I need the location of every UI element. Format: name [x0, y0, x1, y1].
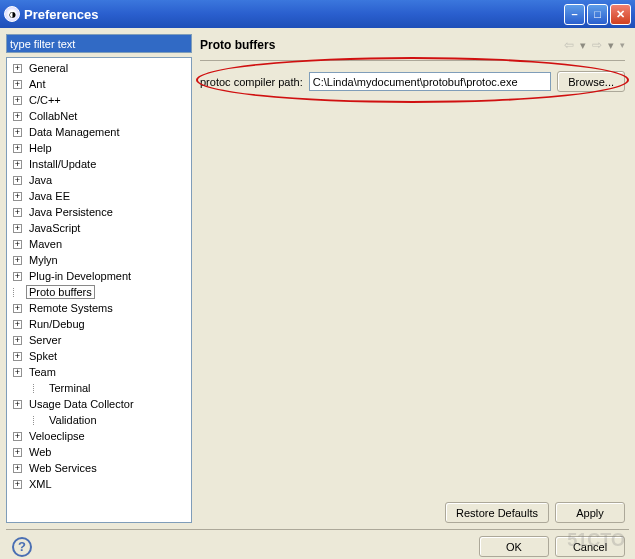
compiler-path-label: protoc compiler path:: [200, 76, 303, 88]
panel-buttons: Restore Defaults Apply: [200, 502, 625, 523]
tree-label: XML: [27, 478, 54, 490]
filter-input[interactable]: [6, 34, 192, 53]
expand-icon[interactable]: +: [13, 304, 22, 313]
tree-label: Run/Debug: [27, 318, 87, 330]
tree-label: Terminal: [47, 382, 93, 394]
expand-icon[interactable]: +: [13, 448, 22, 457]
expand-icon[interactable]: +: [13, 160, 22, 169]
tree-item-java-persistence[interactable]: +Java Persistence: [7, 204, 191, 220]
tree-item-data-management[interactable]: +Data Management: [7, 124, 191, 140]
tree-item-team[interactable]: +Team: [7, 364, 191, 380]
right-panel: Proto buffers ⇦ ▾ ⇨ ▾ ▾ protoc compiler …: [196, 34, 629, 523]
expand-icon[interactable]: +: [13, 144, 22, 153]
expand-icon[interactable]: +: [13, 128, 22, 137]
tree-line: [33, 416, 42, 425]
maximize-button[interactable]: □: [587, 4, 608, 25]
tree-item-web-services[interactable]: +Web Services: [7, 460, 191, 476]
ok-button[interactable]: OK: [479, 536, 549, 557]
tree-label: Java EE: [27, 190, 72, 202]
apply-button[interactable]: Apply: [555, 502, 625, 523]
tree-label: Plug-in Development: [27, 270, 133, 282]
tree-item-collabnet[interactable]: +CollabNet: [7, 108, 191, 124]
expand-icon[interactable]: +: [13, 208, 22, 217]
tree-item-help[interactable]: +Help: [7, 140, 191, 156]
tree-item-server[interactable]: +Server: [7, 332, 191, 348]
expand-icon[interactable]: +: [13, 240, 22, 249]
tree-label: Server: [27, 334, 63, 346]
tree-label: Maven: [27, 238, 64, 250]
expand-icon[interactable]: +: [13, 176, 22, 185]
window-title: Preferences: [24, 7, 564, 22]
compiler-path-input[interactable]: [309, 72, 551, 91]
tree-item-xml[interactable]: +XML: [7, 476, 191, 492]
compiler-path-row: protoc compiler path: Browse...: [200, 71, 625, 92]
expand-icon[interactable]: +: [13, 400, 22, 409]
tree-item-mylyn[interactable]: +Mylyn: [7, 252, 191, 268]
back-icon[interactable]: ⇦: [564, 38, 574, 52]
expand-icon[interactable]: +: [13, 96, 22, 105]
footer: ? OK Cancel: [6, 529, 629, 559]
help-icon[interactable]: ?: [12, 537, 32, 557]
tree-item-veloeclipse[interactable]: +Veloeclipse: [7, 428, 191, 444]
tree-item-proto-buffers[interactable]: Proto buffers: [7, 284, 191, 300]
tree-item-javascript[interactable]: +JavaScript: [7, 220, 191, 236]
tree-label: Spket: [27, 350, 59, 362]
tree-item-remote-systems[interactable]: +Remote Systems: [7, 300, 191, 316]
minimize-button[interactable]: –: [564, 4, 585, 25]
window-buttons: – □ ✕: [564, 4, 631, 25]
expand-icon[interactable]: +: [13, 352, 22, 361]
tree-label: Team: [27, 366, 58, 378]
tree-item-spket[interactable]: +Spket: [7, 348, 191, 364]
tree-item-maven[interactable]: +Maven: [7, 236, 191, 252]
page-title: Proto buffers: [200, 38, 564, 52]
browse-button[interactable]: Browse...: [557, 71, 625, 92]
tree-item-java[interactable]: +Java: [7, 172, 191, 188]
expand-icon[interactable]: +: [13, 464, 22, 473]
tree-label: Web: [27, 446, 53, 458]
expand-icon[interactable]: +: [13, 320, 22, 329]
tree-item-run-debug[interactable]: +Run/Debug: [7, 316, 191, 332]
tree-label: Mylyn: [27, 254, 60, 266]
content: +General+Ant+C/C+++CollabNet+Data Manage…: [0, 28, 635, 529]
tree-item-install-update[interactable]: +Install/Update: [7, 156, 191, 172]
expand-icon[interactable]: +: [13, 80, 22, 89]
view-menu-icon[interactable]: ▾: [620, 40, 625, 50]
expand-icon[interactable]: +: [13, 112, 22, 121]
back-menu-icon[interactable]: ▾: [580, 39, 586, 52]
forward-menu-icon[interactable]: ▾: [608, 39, 614, 52]
tree-item-ant[interactable]: +Ant: [7, 76, 191, 92]
expand-icon[interactable]: +: [13, 256, 22, 265]
tree-item-general[interactable]: +General: [7, 60, 191, 76]
expand-icon[interactable]: +: [13, 368, 22, 377]
tree-label: JavaScript: [27, 222, 82, 234]
tree-item-web[interactable]: +Web: [7, 444, 191, 460]
preferences-tree[interactable]: +General+Ant+C/C+++CollabNet+Data Manage…: [6, 57, 192, 523]
right-header: Proto buffers ⇦ ▾ ⇨ ▾ ▾: [200, 34, 625, 56]
tree-item-usage-data-collector[interactable]: +Usage Data Collector: [7, 396, 191, 412]
tree-item-validation[interactable]: Validation: [7, 412, 191, 428]
close-button[interactable]: ✕: [610, 4, 631, 25]
expand-icon[interactable]: +: [13, 432, 22, 441]
forward-icon[interactable]: ⇨: [592, 38, 602, 52]
expand-icon[interactable]: +: [13, 480, 22, 489]
nav-arrows: ⇦ ▾ ⇨ ▾ ▾: [564, 38, 625, 52]
cancel-button[interactable]: Cancel: [555, 536, 625, 557]
app-icon: ◑: [4, 6, 20, 22]
titlebar: ◑ Preferences – □ ✕: [0, 0, 635, 28]
expand-icon[interactable]: +: [13, 64, 22, 73]
tree-item-c-c-[interactable]: +C/C++: [7, 92, 191, 108]
expand-icon[interactable]: +: [13, 192, 22, 201]
tree-item-plug-in-development[interactable]: +Plug-in Development: [7, 268, 191, 284]
tree-label: Usage Data Collector: [27, 398, 136, 410]
tree-label: Help: [27, 142, 54, 154]
tree-label: Data Management: [27, 126, 122, 138]
tree-label: C/C++: [27, 94, 63, 106]
tree-label: Proto buffers: [27, 286, 94, 298]
expand-icon[interactable]: +: [13, 336, 22, 345]
expand-icon[interactable]: +: [13, 224, 22, 233]
tree-label: Install/Update: [27, 158, 98, 170]
tree-item-terminal[interactable]: Terminal: [7, 380, 191, 396]
restore-defaults-button[interactable]: Restore Defaults: [445, 502, 549, 523]
tree-item-java-ee[interactable]: +Java EE: [7, 188, 191, 204]
expand-icon[interactable]: +: [13, 272, 22, 281]
